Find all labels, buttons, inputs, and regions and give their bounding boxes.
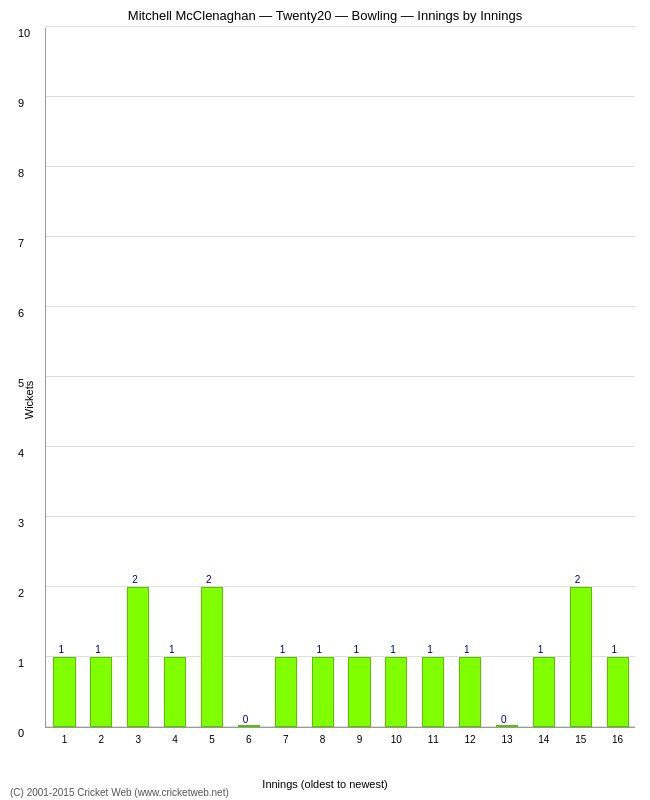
bar-innings-2: [90, 657, 112, 727]
x-tick-4: 4: [172, 734, 178, 745]
bar-label-innings-3: 2: [132, 574, 138, 585]
x-tick-7: 7: [283, 734, 289, 745]
x-tick-1: 1: [62, 734, 68, 745]
bar-innings-6: [238, 725, 260, 727]
bar-label-innings-5: 2: [206, 574, 212, 585]
x-tick-10: 10: [391, 734, 402, 745]
bar-label-innings-14: 1: [538, 644, 544, 655]
x-tick-9: 9: [357, 734, 363, 745]
bar-label-innings-9: 1: [353, 644, 359, 655]
bar-label-innings-4: 1: [169, 644, 175, 655]
bar-label-innings-2: 1: [95, 644, 101, 655]
bar-innings-15: [570, 587, 592, 727]
bar-label-innings-12: 1: [464, 644, 470, 655]
x-tick-6: 6: [246, 734, 252, 745]
bar-innings-5: [201, 587, 223, 727]
bar-innings-1: [53, 657, 75, 727]
bar-innings-7: [275, 657, 297, 727]
bar-innings-3: [127, 587, 149, 727]
bar-label-innings-16: 1: [612, 644, 618, 655]
x-tick-13: 13: [501, 734, 512, 745]
x-tick-12: 12: [465, 734, 476, 745]
chart-area: 0123456789101112231425061718191101111120…: [45, 28, 635, 728]
x-tick-15: 15: [575, 734, 586, 745]
bar-innings-11: [422, 657, 444, 727]
bar-innings-16: [607, 657, 629, 727]
bar-label-innings-7: 1: [280, 644, 286, 655]
chart-container: Mitchell McClenaghan — Twenty20 — Bowlin…: [0, 0, 650, 800]
x-axis-label: Innings (oldest to newest): [262, 778, 387, 790]
bar-innings-4: [164, 657, 186, 727]
bar-label-innings-6: 0: [243, 714, 249, 725]
x-tick-8: 8: [320, 734, 326, 745]
y-axis-label: Wickets: [23, 381, 35, 420]
bar-label-innings-1: 1: [58, 644, 64, 655]
x-tick-14: 14: [538, 734, 549, 745]
bar-label-innings-10: 1: [390, 644, 396, 655]
bar-innings-10: [385, 657, 407, 727]
x-tick-2: 2: [99, 734, 105, 745]
x-tick-11: 11: [428, 734, 439, 745]
bar-innings-9: [348, 657, 370, 727]
bar-innings-14: [533, 657, 555, 727]
x-tick-16: 16: [612, 734, 623, 745]
bar-label-innings-13: 0: [501, 714, 507, 725]
bar-innings-8: [312, 657, 334, 727]
bar-innings-12: [459, 657, 481, 727]
bar-label-innings-15: 2: [575, 574, 581, 585]
bar-label-innings-8: 1: [317, 644, 323, 655]
bar-label-innings-11: 1: [427, 644, 433, 655]
copyright: (C) 2001-2015 Cricket Web (www.cricketwe…: [10, 787, 229, 798]
x-tick-3: 3: [135, 734, 141, 745]
x-tick-5: 5: [209, 734, 215, 745]
chart-title: Mitchell McClenaghan — Twenty20 — Bowlin…: [0, 0, 650, 27]
bar-innings-13: [496, 725, 518, 727]
